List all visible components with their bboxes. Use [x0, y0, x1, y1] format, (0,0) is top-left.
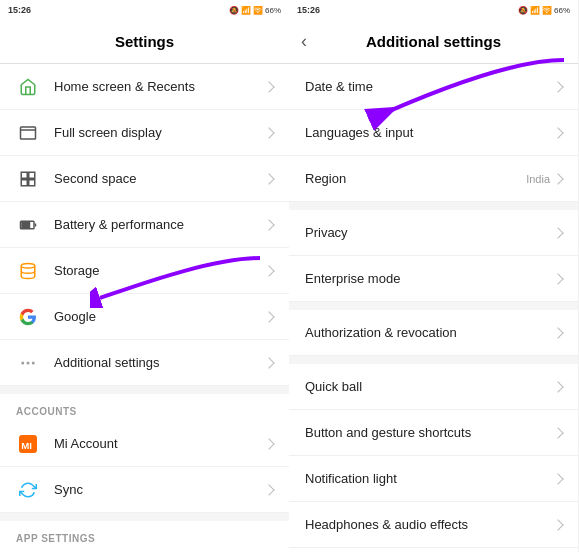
storage-label: Storage [54, 263, 265, 278]
status-icons-left: 🔕 📶 🛜 66% [229, 6, 281, 15]
headphones-chevron [552, 519, 563, 530]
list-item-headphones[interactable]: Headphones & audio effects [289, 502, 578, 548]
right-panel: 15:26 🔕 📶 🛜 66% ‹ Additional settings Da… [289, 0, 578, 552]
appsettings-header: APP SETTINGS [0, 521, 289, 548]
sync-chevron [263, 484, 274, 495]
list-item-enterprise[interactable]: Enterprise mode [289, 256, 578, 302]
region-label: Region [305, 171, 526, 186]
second-label: Second space [54, 171, 265, 186]
left-scroll[interactable]: Home screen & Recents Full screen displa… [0, 64, 289, 552]
quickball-label: Quick ball [305, 379, 554, 394]
notification-label: Notification light [305, 471, 554, 486]
language-label: Languages & input [305, 125, 554, 140]
battery-label: Battery & performance [54, 217, 265, 232]
left-panel: 15:26 🔕 📶 🛜 66% Settings Home screen & R… [0, 0, 289, 552]
list-item-gesture[interactable]: Button and gesture shortcuts [289, 410, 578, 456]
svg-point-9 [21, 263, 35, 268]
back-button[interactable]: ‹ [301, 31, 307, 52]
privacy-chevron [552, 227, 563, 238]
google-chevron [263, 311, 274, 322]
list-item-storage[interactable]: Storage [0, 248, 289, 294]
list-item-quickball[interactable]: Quick ball [289, 364, 578, 410]
accounts-header: ACCOUNTS [0, 394, 289, 421]
list-item-privacy[interactable]: Privacy [289, 210, 578, 256]
storage-icon [16, 259, 40, 283]
additional-icon [16, 351, 40, 375]
svg-rect-2 [21, 172, 27, 178]
svg-rect-8 [22, 222, 30, 227]
fullscreen-chevron [263, 127, 274, 138]
notification-chevron [552, 473, 563, 484]
list-item-auth[interactable]: Authorization & revocation [289, 310, 578, 356]
right-scroll[interactable]: Date & time Languages & input Region Ind… [289, 64, 578, 552]
list-item-language[interactable]: Languages & input [289, 110, 578, 156]
datetime-label: Date & time [305, 79, 554, 94]
enterprise-label: Enterprise mode [305, 271, 554, 286]
sync-icon [16, 478, 40, 502]
time-left: 15:26 [8, 5, 31, 15]
left-title: Settings [115, 33, 174, 50]
region-chevron [552, 173, 563, 184]
status-bar-right: 15:26 🔕 📶 🛜 66% [289, 0, 578, 20]
svg-rect-0 [21, 127, 36, 139]
additional-chevron [263, 357, 274, 368]
list-item-battery[interactable]: Battery & performance [0, 202, 289, 248]
time-right: 15:26 [297, 5, 320, 15]
second-icon [16, 167, 40, 191]
svg-rect-5 [29, 179, 35, 185]
battery-chevron [263, 219, 274, 230]
list-item-onehanded[interactable]: One-handed mode [289, 548, 578, 552]
list-item-google[interactable]: Google [0, 294, 289, 340]
storage-chevron [263, 265, 274, 276]
list-item-second[interactable]: Second space [0, 156, 289, 202]
region-sub: India [526, 173, 550, 185]
home-label: Home screen & Recents [54, 79, 265, 94]
mi-label: Mi Account [54, 436, 265, 451]
privacy-label: Privacy [305, 225, 554, 240]
gap-accounts [0, 386, 289, 394]
additional-label: Additional settings [54, 355, 265, 370]
second-chevron [263, 173, 274, 184]
list-item-additional[interactable]: Additional settings [0, 340, 289, 386]
google-icon [16, 305, 40, 329]
mi-chevron [263, 438, 274, 449]
svg-rect-3 [29, 172, 35, 178]
language-chevron [552, 127, 563, 138]
headphones-label: Headphones & audio effects [305, 517, 554, 532]
list-item-fullscreen[interactable]: Full screen display [0, 110, 289, 156]
left-top-bar: Settings [0, 20, 289, 64]
list-item-sync[interactable]: Sync [0, 467, 289, 513]
list-item-home[interactable]: Home screen & Recents [0, 64, 289, 110]
google-label: Google [54, 309, 265, 324]
right-title: Additional settings [366, 33, 501, 50]
svg-point-10 [22, 362, 24, 364]
svg-text:MI: MI [21, 439, 32, 450]
battery-icon [16, 213, 40, 237]
sync-label: Sync [54, 482, 265, 497]
svg-point-11 [27, 362, 29, 364]
enterprise-chevron [552, 273, 563, 284]
list-item-mi[interactable]: MI Mi Account [0, 421, 289, 467]
home-icon [16, 75, 40, 99]
status-bar-left: 15:26 🔕 📶 🛜 66% [0, 0, 289, 20]
svg-point-12 [33, 362, 35, 364]
fullscreen-label: Full screen display [54, 125, 265, 140]
gap-appsettings [0, 513, 289, 521]
list-item-notification[interactable]: Notification light [289, 456, 578, 502]
auth-label: Authorization & revocation [305, 325, 554, 340]
status-icons-right: 🔕 📶 🛜 66% [518, 6, 570, 15]
gesture-chevron [552, 427, 563, 438]
gap3 [289, 356, 578, 364]
right-top-bar: ‹ Additional settings [289, 20, 578, 64]
list-item-system[interactable]: System apps [0, 548, 289, 552]
list-item-datetime[interactable]: Date & time [289, 64, 578, 110]
gap2 [289, 302, 578, 310]
svg-rect-4 [21, 179, 27, 185]
fullscreen-icon [16, 121, 40, 145]
list-item-region[interactable]: Region India [289, 156, 578, 202]
datetime-chevron [552, 81, 563, 92]
mi-icon: MI [16, 432, 40, 456]
auth-chevron [552, 327, 563, 338]
gesture-label: Button and gesture shortcuts [305, 425, 554, 440]
home-chevron [263, 81, 274, 92]
